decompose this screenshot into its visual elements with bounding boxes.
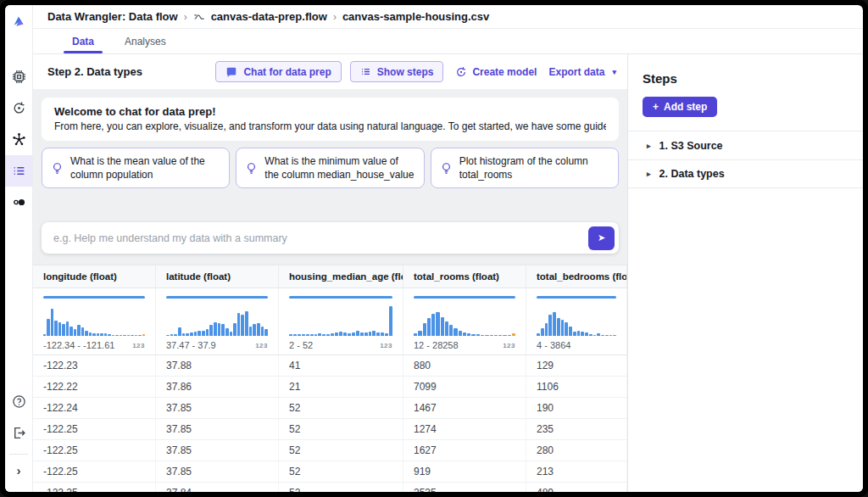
histogram-bar bbox=[348, 333, 351, 336]
guided-prompt-plot-histogram[interactable]: Plot histogram of the column total_rooms bbox=[431, 148, 619, 188]
table-cell: 7099 bbox=[403, 377, 526, 397]
chevron-right-icon: ▸ bbox=[647, 142, 651, 150]
app-sidebar: › bbox=[5, 5, 33, 492]
column-header[interactable]: longitude (float) bbox=[33, 265, 156, 288]
histogram-bar bbox=[127, 335, 130, 337]
table-cell: -122.25 bbox=[33, 419, 156, 439]
export-data-button[interactable]: Export data ▾ bbox=[548, 66, 616, 78]
guided-prompt-min-median-house-value[interactable]: What is the minimum value of the column … bbox=[236, 148, 424, 188]
my-models-icon[interactable] bbox=[5, 92, 32, 124]
custom-models-icon[interactable] bbox=[5, 124, 32, 155]
histogram-bar bbox=[418, 331, 421, 337]
histogram-bar bbox=[569, 327, 572, 336]
histogram-bar bbox=[112, 335, 114, 337]
column-header[interactable]: total_bedrooms (float) bbox=[526, 265, 627, 288]
table-cell: 1627 bbox=[403, 440, 526, 461]
histogram-bar bbox=[597, 333, 600, 336]
histogram-bar bbox=[463, 332, 466, 336]
help-icon[interactable] bbox=[5, 386, 32, 417]
column-header[interactable]: housing_median_age (float) bbox=[279, 265, 403, 288]
table-cell: -122.23 bbox=[33, 355, 156, 376]
histogram-bar bbox=[218, 323, 221, 337]
table-cell: -122.25 bbox=[33, 461, 156, 482]
step-item-s3-source[interactable]: ▸ 1. S3 Source bbox=[628, 131, 863, 159]
table-cell: 52 bbox=[279, 483, 403, 492]
tab-data[interactable]: Data bbox=[57, 29, 109, 53]
step-item-label: 2. Data types bbox=[659, 168, 725, 180]
chat-input[interactable] bbox=[53, 232, 588, 244]
column-histogram[interactable]: -122.34 - -121.61123 bbox=[33, 288, 156, 355]
column-histogram[interactable]: 37.47 - 37.9123 bbox=[156, 288, 279, 355]
table-cell: 52 bbox=[279, 461, 403, 482]
breadcrumb-separator: › bbox=[184, 11, 187, 23]
guided-prompts: What is the mean value of the column pop… bbox=[42, 148, 619, 188]
table-cell: 37.85 bbox=[156, 461, 279, 482]
histogram-bar bbox=[89, 332, 92, 336]
histogram-bar bbox=[135, 335, 137, 337]
histogram-bar bbox=[257, 323, 260, 337]
column-histogram[interactable]: 2 - 52123 bbox=[279, 288, 403, 355]
create-model-button[interactable]: Create model bbox=[455, 66, 537, 78]
histogram-bar bbox=[115, 335, 118, 337]
histogram-bar bbox=[233, 323, 236, 337]
histogram-bar bbox=[372, 331, 376, 337]
chat-for-data-prep-button[interactable]: Chat for data prep bbox=[215, 61, 341, 82]
histogram-bar bbox=[557, 318, 560, 336]
column-range: 2 - 52 bbox=[289, 340, 313, 350]
table-cell: 52 bbox=[279, 398, 403, 418]
table-row: -122.2537.8552919213 bbox=[33, 461, 627, 483]
numeric-type-icon: 123 bbox=[132, 342, 145, 349]
expand-sidebar-icon[interactable]: › bbox=[5, 456, 32, 485]
valid-data-bar bbox=[537, 296, 616, 299]
histogram-bar bbox=[302, 334, 305, 336]
column-histogram[interactable]: 12 - 28258123 bbox=[403, 288, 526, 355]
histogram-bar bbox=[214, 322, 217, 337]
logout-icon[interactable] bbox=[5, 417, 32, 449]
app-window: › Data Wrangler: Data flow › canvas-data… bbox=[5, 5, 863, 492]
step-item-data-types[interactable]: ▸ 2. Data types bbox=[628, 159, 863, 188]
canvas-logo bbox=[5, 14, 32, 37]
histogram-bar bbox=[182, 333, 186, 336]
breadcrumb-flow[interactable]: canvas-data-prep.flow bbox=[211, 10, 327, 23]
histogram-bar bbox=[613, 335, 616, 337]
histogram-bar bbox=[490, 335, 493, 337]
prompt-label: What is the mean value of the column pop… bbox=[70, 154, 220, 181]
histogram-bar bbox=[335, 332, 338, 336]
column-header[interactable]: latitude (float) bbox=[156, 265, 279, 288]
histogram-bar bbox=[585, 332, 588, 336]
table-cell: 37.88 bbox=[156, 355, 279, 376]
histogram-bar bbox=[545, 323, 548, 337]
send-button[interactable]: ➤ bbox=[588, 226, 615, 250]
histogram-bar bbox=[108, 334, 110, 336]
breadcrumb-root[interactable]: Data Wrangler: Data flow bbox=[47, 10, 178, 23]
show-steps-label: Show steps bbox=[377, 66, 434, 78]
column-histogram[interactable]: 4 - 3864 bbox=[526, 288, 627, 355]
histogram-bar bbox=[100, 333, 103, 337]
guided-prompt-mean-population[interactable]: What is the mean value of the column pop… bbox=[42, 148, 230, 188]
histogram-bar bbox=[369, 332, 372, 336]
data-wrangler-nav-icon[interactable] bbox=[5, 155, 32, 187]
show-steps-button[interactable]: Show steps bbox=[350, 61, 444, 82]
column-header[interactable]: total_rooms (float) bbox=[403, 265, 526, 288]
table-header-row: longitude (float)latitude (float)housing… bbox=[33, 265, 627, 288]
generate-icon[interactable] bbox=[5, 187, 32, 218]
histogram-bar bbox=[414, 333, 417, 336]
automation-chip-icon[interactable] bbox=[5, 61, 32, 92]
histogram-bar bbox=[376, 332, 380, 337]
plus-icon: + bbox=[653, 101, 659, 113]
valid-data-bar bbox=[414, 296, 515, 299]
histogram-bar bbox=[178, 327, 181, 336]
histogram-bar bbox=[605, 335, 609, 337]
add-step-button[interactable]: + Add step bbox=[643, 97, 717, 117]
histogram-bar bbox=[186, 333, 189, 337]
data-table: longitude (float)latitude (float)housing… bbox=[33, 265, 627, 492]
table-cell: 37.85 bbox=[156, 419, 279, 439]
histogram-bar bbox=[589, 334, 593, 337]
tab-analyses[interactable]: Analyses bbox=[109, 29, 181, 53]
table-cell: -122.22 bbox=[33, 377, 156, 397]
table-cell: 213 bbox=[526, 461, 627, 482]
histogram-bar bbox=[326, 334, 330, 336]
column-range: -122.34 - -121.61 bbox=[43, 340, 114, 350]
tab-bar: Data Analyses bbox=[33, 29, 863, 54]
chat-button-label: Chat for data prep bbox=[243, 66, 331, 78]
